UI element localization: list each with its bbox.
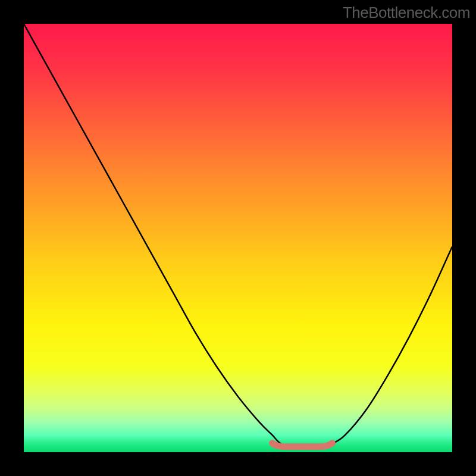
chart-curve-layer xyxy=(24,24,452,452)
optimal-range-marker xyxy=(273,443,333,447)
chart-plot-area xyxy=(24,24,452,452)
bottleneck-curve xyxy=(24,24,452,448)
watermark-text: TheBottleneck.com xyxy=(343,4,470,22)
